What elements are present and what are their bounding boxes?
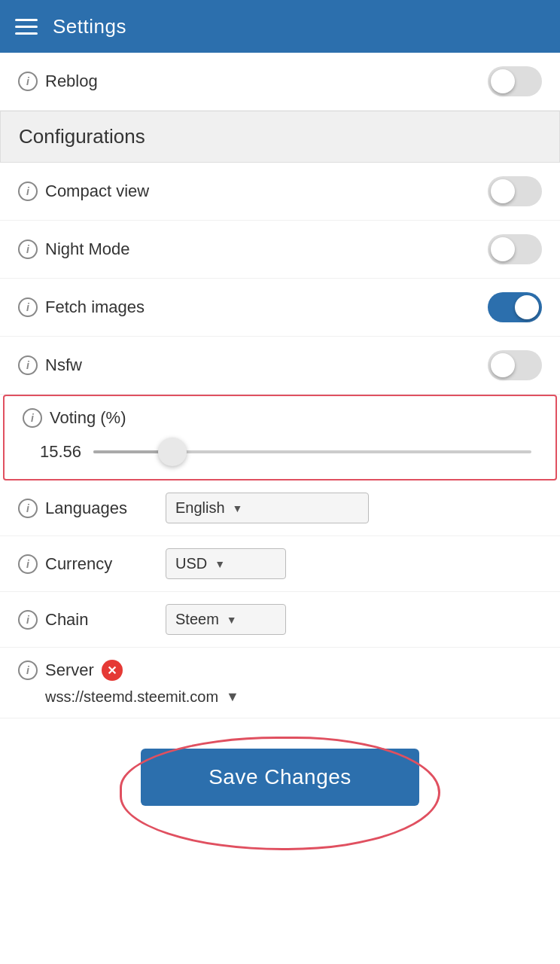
page-title: Settings — [53, 15, 126, 38]
languages-info-icon[interactable]: i — [18, 499, 38, 518]
night-mode-label: i Night Mode — [18, 239, 130, 259]
night-mode-toggle[interactable] — [488, 234, 542, 264]
currency-dropdown[interactable]: USD ▼ — [166, 548, 286, 579]
save-button-container: Save Changes — [0, 718, 560, 836]
server-setting: i Server ✕ wss://steemd.steemit.com ▼ — [0, 648, 560, 718]
reblog-info-icon[interactable]: i — [18, 72, 38, 91]
languages-label: i Languages — [18, 499, 154, 518]
server-url: wss://steemd.steemit.com — [45, 688, 218, 706]
voting-setting: i Voting (%) 15.56 — [3, 395, 557, 480]
languages-selected: English — [175, 499, 225, 517]
fetch-images-toggle-thumb — [515, 295, 539, 319]
compact-view-toggle-track[interactable] — [488, 176, 542, 206]
voting-value: 15.56 — [29, 442, 81, 462]
night-mode-info-icon[interactable]: i — [18, 239, 38, 259]
currency-info-icon[interactable]: i — [18, 554, 38, 574]
languages-setting: i Languages English ▼ — [0, 480, 560, 536]
settings-content: i Reblog Configurations i Compact view i… — [0, 53, 560, 836]
compact-view-toggle[interactable] — [488, 176, 542, 206]
reblog-label: i Reblog — [18, 72, 98, 91]
server-value-row: wss://steemd.steemit.com ▼ — [18, 688, 542, 706]
voting-info-icon[interactable]: i — [23, 408, 42, 428]
nsfw-setting: i Nsfw — [0, 337, 560, 395]
chain-info-icon[interactable]: i — [18, 610, 38, 630]
night-mode-setting: i Night Mode — [0, 221, 560, 279]
menu-button[interactable] — [15, 19, 38, 35]
fetch-images-info-icon[interactable]: i — [18, 297, 38, 317]
reblog-toggle-track[interactable] — [488, 66, 542, 96]
languages-dropdown[interactable]: English ▼ — [166, 493, 369, 523]
nsfw-toggle-thumb — [491, 353, 515, 377]
chain-dropdown-arrow: ▼ — [227, 614, 237, 626]
reblog-setting: i Reblog — [0, 53, 560, 111]
currency-dropdown-arrow: ▼ — [215, 558, 225, 570]
chain-setting: i Chain Steem ▼ — [0, 592, 560, 648]
compact-view-info-icon[interactable]: i — [18, 182, 38, 201]
compact-view-toggle-thumb — [491, 179, 515, 203]
server-dropdown-arrow[interactable]: ▼ — [226, 689, 239, 705]
fetch-images-label: i Fetch images — [18, 297, 145, 317]
configurations-header: Configurations — [0, 111, 560, 163]
night-mode-toggle-thumb — [491, 237, 515, 261]
compact-view-setting: i Compact view — [0, 163, 560, 221]
currency-label: i Currency — [18, 554, 154, 574]
nsfw-info-icon[interactable]: i — [18, 355, 38, 375]
slider-thumb[interactable] — [158, 438, 187, 466]
server-error-badge: ✕ — [102, 660, 123, 681]
voting-slider[interactable] — [93, 437, 531, 467]
nsfw-toggle[interactable] — [488, 350, 542, 380]
fetch-images-toggle[interactable] — [488, 292, 542, 322]
night-mode-toggle-track[interactable] — [488, 234, 542, 264]
currency-selected: USD — [175, 555, 207, 572]
reblog-toggle-thumb — [491, 69, 515, 93]
fetch-images-setting: i Fetch images — [0, 279, 560, 337]
voting-label: i Voting (%) — [23, 408, 537, 428]
fetch-images-toggle-track[interactable] — [488, 292, 542, 322]
chain-label: i Chain — [18, 610, 154, 630]
save-changes-button[interactable]: Save Changes — [141, 749, 419, 806]
chain-dropdown[interactable]: Steem ▼ — [166, 604, 286, 635]
currency-setting: i Currency USD ▼ — [0, 536, 560, 592]
languages-dropdown-arrow: ▼ — [233, 502, 243, 514]
nsfw-label: i Nsfw — [18, 355, 82, 375]
compact-view-label: i Compact view — [18, 182, 149, 201]
server-label-row: i Server ✕ — [18, 660, 542, 681]
slider-track — [93, 450, 531, 453]
voting-slider-row: 15.56 — [23, 437, 537, 467]
app-header: Settings — [0, 0, 560, 53]
server-info-icon[interactable]: i — [18, 660, 38, 680]
reblog-toggle[interactable] — [488, 66, 542, 96]
chain-selected: Steem — [175, 611, 219, 628]
nsfw-toggle-track[interactable] — [488, 350, 542, 380]
